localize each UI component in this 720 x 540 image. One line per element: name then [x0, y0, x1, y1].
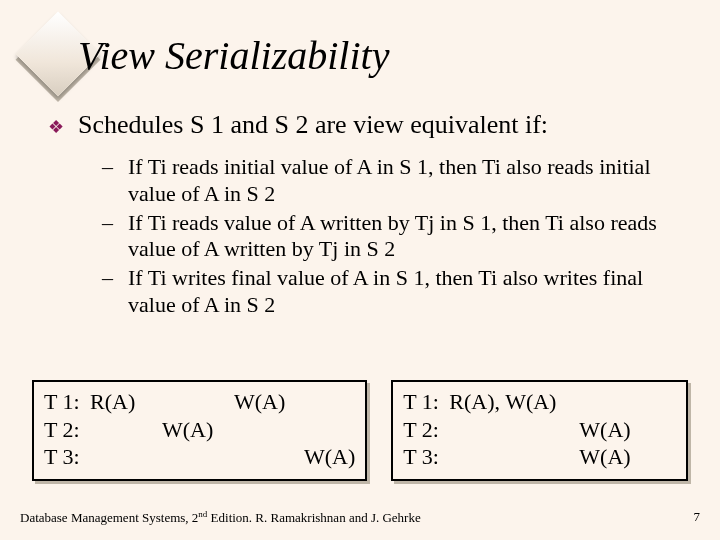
cell — [579, 388, 649, 416]
lvl1-pre: Schedules S 1 and S 2 are — [78, 110, 353, 139]
footer: Database Management Systems, 2nd Edition… — [20, 509, 700, 526]
cell: W(A) — [579, 416, 649, 444]
footer-sup: nd — [198, 509, 207, 519]
schedule-boxes: T 1: R(A) W(A) T 2: W(A) T 3: W(A) — [32, 380, 688, 481]
cell: W(A) — [234, 388, 304, 416]
cell — [449, 416, 579, 444]
cell: W(A) — [304, 443, 355, 471]
cell — [162, 388, 234, 416]
cell: T 3: — [403, 443, 449, 471]
dash-icon: – — [102, 154, 120, 181]
list-item: – If Ti writes final value of A in S 1, … — [102, 265, 670, 319]
diamond-bullet-icon: ❖ — [48, 116, 64, 138]
footer-text: Database Management Systems, 2nd Edition… — [20, 509, 421, 526]
schedule-box-right: T 1: R(A), W(A) T 2: W(A) T 3: W(A) — [391, 380, 688, 481]
cell — [234, 443, 304, 471]
cell — [449, 443, 579, 471]
cell: W(A) — [162, 416, 234, 444]
cell — [234, 416, 304, 444]
table-row: T 3: W(A) — [403, 443, 676, 471]
table-row: T 2: W(A) — [44, 416, 355, 444]
footer-post: Edition. R. Ramakrishnan and J. Gehrke — [207, 510, 420, 525]
table-row: T 2: W(A) — [403, 416, 676, 444]
dash-icon: – — [102, 265, 120, 292]
footer-pre: Database Management Systems, 2 — [20, 510, 198, 525]
page-number: 7 — [694, 509, 701, 526]
bullet-level1: ❖ Schedules S 1 and S 2 are view equival… — [48, 110, 680, 140]
lvl2-text: If Ti reads initial value of A in S 1, t… — [128, 154, 670, 208]
list-item: – If Ti reads initial value of A in S 1,… — [102, 154, 670, 208]
dash-icon: – — [102, 210, 120, 237]
list-item: – If Ti reads value of A written by Tj i… — [102, 210, 670, 264]
cell: T 1: — [403, 388, 449, 416]
cell: R(A), W(A) — [449, 388, 579, 416]
cell: R(A) — [90, 388, 162, 416]
cell: W(A) — [579, 443, 649, 471]
cell: T 2: — [44, 416, 90, 444]
slide-body: ❖ Schedules S 1 and S 2 are view equival… — [48, 110, 680, 321]
lvl2-list: – If Ti reads initial value of A in S 1,… — [102, 154, 670, 319]
schedule-box-left: T 1: R(A) W(A) T 2: W(A) T 3: W(A) — [32, 380, 367, 481]
slide: View Serializability ❖ Schedules S 1 and… — [0, 0, 720, 540]
table-row: T 3: W(A) — [44, 443, 355, 471]
table-row: T 1: R(A), W(A) — [403, 388, 676, 416]
cell — [90, 443, 162, 471]
slide-title: View Serializability — [78, 36, 389, 76]
cell: T 1: — [44, 388, 90, 416]
cell: T 2: — [403, 416, 449, 444]
lvl1-text: Schedules S 1 and S 2 are view equivalen… — [78, 110, 548, 140]
cell: T 3: — [44, 443, 90, 471]
lvl2-text: If Ti reads value of A written by Tj in … — [128, 210, 670, 264]
lvl1-em: view equivalent — [353, 110, 518, 139]
cell — [162, 443, 234, 471]
lvl1-post: if: — [518, 110, 548, 139]
table-row: T 1: R(A) W(A) — [44, 388, 355, 416]
title-row: View Serializability — [28, 24, 389, 84]
lvl2-text: If Ti writes final value of A in S 1, th… — [128, 265, 670, 319]
cell — [90, 416, 162, 444]
